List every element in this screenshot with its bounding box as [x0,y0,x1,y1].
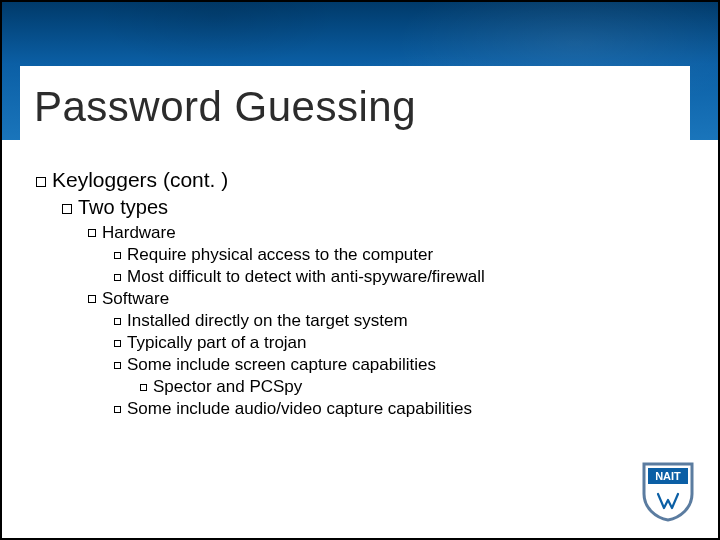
title-box: Password Guessing [20,66,690,148]
bullet-text: Keyloggers (cont. ) [52,168,228,191]
bullet-level-3: Software [88,289,676,309]
bullet-level-4: Most difficult to detect with anti-spywa… [114,267,676,287]
bullet-text: Typically part of a trojan [127,333,307,352]
square-bullet-icon [114,406,121,413]
bullet-text: Software [102,289,169,308]
slide-title: Password Guessing [34,83,416,131]
shield-icon: NAIT [640,460,696,522]
bullet-text: Spector and PCSpy [153,377,302,396]
square-bullet-icon [140,384,147,391]
square-bullet-icon [114,274,121,281]
square-bullet-icon [88,229,96,237]
bullet-text: Most difficult to detect with anti-spywa… [127,267,485,286]
bullet-level-5: Spector and PCSpy [140,377,676,397]
bullet-text: Installed directly on the target system [127,311,408,330]
content-area: Keyloggers (cont. ) Two types Hardware R… [36,168,676,421]
bullet-level-1: Keyloggers (cont. ) [36,168,676,192]
square-bullet-icon [114,252,121,259]
square-bullet-icon [88,295,96,303]
square-bullet-icon [114,362,121,369]
square-bullet-icon [36,177,46,187]
square-bullet-icon [62,204,72,214]
bullet-level-3: Hardware [88,223,676,243]
bullet-level-4: Some include audio/video capture capabil… [114,399,676,419]
nait-logo: NAIT [640,460,696,522]
logo-text: NAIT [655,470,681,482]
bullet-text: Some include screen capture capabilities [127,355,436,374]
bullet-level-4: Typically part of a trojan [114,333,676,353]
bullet-level-4: Some include screen capture capabilities [114,355,676,375]
bullet-text: Some include audio/video capture capabil… [127,399,472,418]
bullet-text: Hardware [102,223,176,242]
square-bullet-icon [114,318,121,325]
square-bullet-icon [114,340,121,347]
slide: Password Guessing Keyloggers (cont. ) Tw… [0,0,720,540]
bullet-text: Require physical access to the computer [127,245,433,264]
bullet-text: Two types [78,196,168,218]
bullet-level-2: Two types [62,196,676,219]
bullet-level-4: Installed directly on the target system [114,311,676,331]
bullet-level-4: Require physical access to the computer [114,245,676,265]
